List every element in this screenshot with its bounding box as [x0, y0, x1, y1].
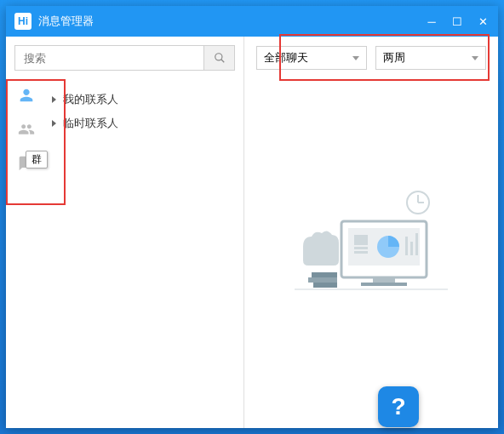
- watermark-text: 知识屋 zhishiwu.com: [426, 387, 497, 427]
- watermark-icon: ?: [378, 386, 419, 427]
- contact-tree: 我的联系人 临时联系人: [47, 79, 243, 428]
- svg-rect-14: [373, 277, 395, 283]
- app-icon: Hi: [14, 13, 32, 30]
- sidebar-groups[interactable]: 群: [15, 154, 37, 173]
- search-icon: [214, 52, 226, 64]
- sidebar-contacts[interactable]: [15, 86, 37, 105]
- watermark-name: 知识屋: [426, 387, 497, 417]
- close-button[interactable]: ✕: [474, 13, 491, 30]
- search-input[interactable]: [15, 46, 203, 70]
- dropdown-value: 两周: [383, 50, 405, 66]
- chevron-right-icon: [52, 96, 56, 103]
- search-button[interactable]: [203, 46, 234, 70]
- svg-rect-16: [312, 272, 337, 277]
- chevron-right-icon: [52, 120, 56, 127]
- watermark-domain: zhishiwu.com: [426, 417, 497, 427]
- svg-rect-15: [361, 283, 407, 286]
- filter-row: 全部聊天 两周: [244, 37, 498, 79]
- chat-type-dropdown[interactable]: 全部聊天: [256, 46, 367, 70]
- tree-item-my-contacts[interactable]: 我的联系人: [47, 88, 243, 111]
- sidebar-temp-contacts[interactable]: [15, 120, 37, 139]
- svg-rect-8: [354, 247, 368, 249]
- svg-rect-17: [308, 277, 337, 283]
- chevron-down-icon: [352, 56, 359, 60]
- search-row: [6, 37, 243, 79]
- right-panel: 全部聊天 两周: [244, 37, 498, 428]
- empty-state: [244, 79, 498, 428]
- dropdown-value: 全部聊天: [264, 50, 308, 66]
- empty-illustration: [295, 186, 448, 322]
- maximize-button[interactable]: ☐: [449, 13, 466, 30]
- minimize-button[interactable]: ─: [423, 13, 440, 30]
- person-icon: [17, 86, 36, 105]
- svg-rect-7: [354, 235, 368, 245]
- watermark: ? 知识屋 zhishiwu.com: [378, 386, 497, 427]
- svg-rect-18: [313, 283, 337, 288]
- svg-rect-12: [410, 242, 413, 255]
- sidebar: 群: [6, 79, 47, 428]
- app-window: Hi 消息管理器 ─ ☐ ✕: [6, 6, 498, 428]
- left-main: 群 我的联系人 临时联系人: [6, 79, 243, 428]
- group-tooltip: 群: [26, 151, 48, 168]
- svg-line-1: [220, 60, 224, 63]
- svg-rect-13: [415, 233, 418, 255]
- tree-label: 我的联系人: [63, 92, 118, 107]
- body: 群 我的联系人 临时联系人 全部聊天: [6, 37, 498, 428]
- people-icon: [16, 121, 37, 138]
- window-controls: ─ ☐ ✕: [423, 13, 491, 30]
- left-panel: 群 我的联系人 临时联系人: [6, 37, 244, 428]
- app-title: 消息管理器: [38, 14, 423, 29]
- svg-point-0: [215, 54, 221, 60]
- period-dropdown[interactable]: 两周: [375, 46, 486, 70]
- chevron-down-icon: [472, 56, 478, 60]
- svg-rect-9: [354, 251, 368, 254]
- search-box: [14, 45, 235, 71]
- svg-rect-11: [405, 237, 408, 255]
- tree-item-temp-contacts[interactable]: 临时联系人: [47, 111, 243, 135]
- titlebar: Hi 消息管理器 ─ ☐ ✕: [6, 6, 498, 37]
- tree-label: 临时联系人: [63, 116, 118, 131]
